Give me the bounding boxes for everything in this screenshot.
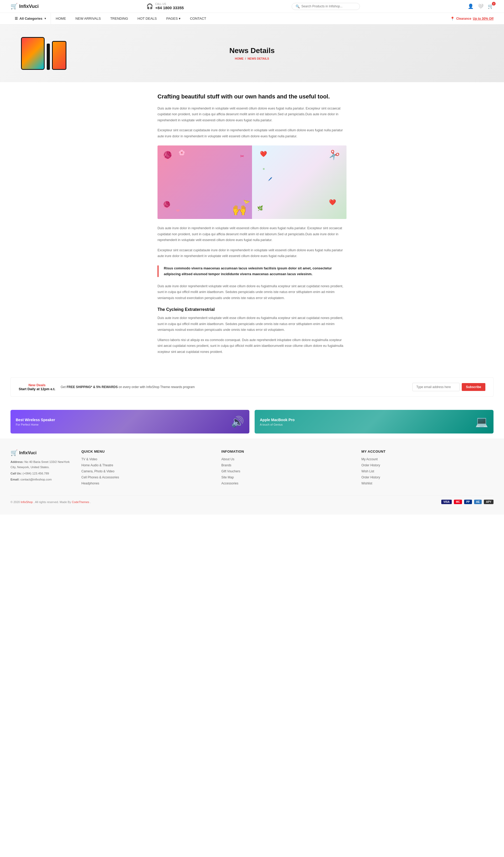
made-by-link[interactable]: CodeThemes bbox=[72, 501, 89, 504]
macbook-banner-title: Apple MacBook Pro bbox=[260, 418, 295, 422]
craft-image-left: 🧶 🌸 ● 🧶 ❤ 🙌 ✂ 📐 bbox=[157, 146, 252, 219]
amex-icon: AE bbox=[474, 500, 482, 504]
quick-menu-list: TV & Video Home Audio & Theatre Camera, … bbox=[81, 457, 214, 485]
new-deals-title: New Deals bbox=[19, 383, 55, 387]
top-header: 🛒 InfixVuci 🎧 CALL US +84 1800 33355 🔍 👤… bbox=[0, 0, 504, 13]
account-title: MY ACCOUNT bbox=[362, 450, 493, 453]
article-image: 🧶 🌸 ● 🧶 ❤ 🙌 ✂ 📐 ❤️ ✂️ ● ❤️ bbox=[157, 146, 347, 219]
footer-phone: Call Us: (+084) 123.456.789 bbox=[11, 471, 73, 476]
footer: 🛒 InfixVuci Address: No 40 Baria Sreet 1… bbox=[0, 439, 504, 515]
search-bar[interactable]: 🔍 bbox=[292, 3, 360, 10]
footer-grid: 🛒 InfixVuci Address: No 40 Baria Sreet 1… bbox=[11, 450, 493, 487]
tablet-device bbox=[21, 37, 45, 70]
speaker-banner-text: Best Wireless Speaker For Perfect Home bbox=[11, 413, 61, 430]
footer-bottom: © 2020 InfixShop . All rights reserved. … bbox=[11, 495, 493, 504]
list-item[interactable]: Brands bbox=[221, 463, 353, 467]
email-input[interactable] bbox=[413, 383, 460, 391]
nav-trending[interactable]: TRENDING bbox=[105, 13, 133, 24]
categories-button[interactable]: ☰ All Categories ▼ bbox=[11, 13, 51, 24]
article-paragraph-4: Excepteur sint occaecat cupidataute irur… bbox=[157, 247, 347, 259]
footer-address-label: Address: No 40 Baria Sreet 133/2 NewYork… bbox=[11, 459, 73, 470]
footer-quick-menu: QUICK MENU TV & Video Home Audio & Theat… bbox=[81, 450, 214, 487]
footer-info: INFOMATION About Us Brands Gift Vouchers… bbox=[221, 450, 353, 487]
header-icons: 👤 🤍 🛒 0 bbox=[468, 3, 493, 9]
account-icon[interactable]: 👤 bbox=[468, 3, 473, 9]
product-banners: Best Wireless Speaker For Perfect Home 🔊… bbox=[0, 405, 504, 439]
article-paragraph-3: Duis aute irure dolor in reprehenderit i… bbox=[157, 225, 347, 243]
brand-logo[interactable]: 🛒 InfixVuci bbox=[11, 3, 38, 10]
article-blockquote: Risus commodo viverra maecenas accumsan … bbox=[157, 266, 347, 277]
article-paragraph-5: Duis aute irure dolor reprehenderit volu… bbox=[157, 283, 347, 301]
search-input[interactable] bbox=[301, 4, 356, 8]
wishlist-icon[interactable]: 🤍 bbox=[478, 3, 484, 9]
rewards-text: on every order with InfixShop Theme rewa… bbox=[119, 385, 195, 389]
list-item[interactable]: TV & Video bbox=[81, 457, 214, 461]
speaker-banner[interactable]: Best Wireless Speaker For Perfect Home 🔊 bbox=[11, 410, 249, 434]
nav-new-arrivals[interactable]: NEW ARRIVALS bbox=[71, 13, 105, 24]
hamburger-icon: ☰ bbox=[15, 17, 18, 20]
copyright-text: © 2020 InfixShop . All rights reserved. … bbox=[11, 501, 91, 504]
nav-home[interactable]: HOME bbox=[51, 13, 71, 24]
article-paragraph-1: Duis aute irure dolor in reprehenderit i… bbox=[157, 105, 347, 123]
craft-image-right: ❤️ ✂️ ● ❤️ 🌿 🖊️ bbox=[252, 146, 347, 219]
article-paragraph-7: Ullamco laboris nisi ut aliquip ex ea co… bbox=[157, 337, 347, 355]
list-item[interactable]: Accessories bbox=[221, 481, 353, 485]
list-item[interactable]: Camera, Photo & Video bbox=[81, 469, 214, 473]
phone-number: +84 1800 33355 bbox=[155, 5, 184, 10]
copyright-brand-link[interactable]: InfixShop bbox=[21, 501, 33, 504]
list-item[interactable]: About Us bbox=[221, 457, 353, 461]
applepay-icon: APY bbox=[484, 500, 493, 504]
phone-section: 🎧 CALL US +84 1800 33355 bbox=[147, 3, 184, 10]
search-icon: 🔍 bbox=[296, 4, 300, 9]
speaker-banner-title: Best Wireless Speaker bbox=[16, 418, 55, 422]
macbook-banner[interactable]: Apple MacBook Pro A touch of Genius 💻 bbox=[255, 410, 493, 434]
breadcrumb-home[interactable]: HOME bbox=[235, 57, 243, 60]
list-item[interactable]: Cell Phones & Accessories bbox=[81, 475, 214, 479]
breadcrumb-current: NEWS DETAILS bbox=[248, 57, 269, 60]
footer-brand: 🛒 InfixVuci Address: No 40 Baria Sreet 1… bbox=[11, 450, 73, 487]
nav-pages[interactable]: PAGES ▾ bbox=[162, 13, 185, 24]
free-shipping-text: FREE SHIPPING* & 5% REWARDS bbox=[67, 385, 118, 389]
footer-logo[interactable]: 🛒 InfixVuci bbox=[11, 450, 73, 456]
main-nav: ☰ All Categories ▼ HOME NEW ARRIVALS TRE… bbox=[0, 13, 504, 24]
macbook-banner-subtitle: A touch of Genius bbox=[260, 423, 295, 426]
info-list: About Us Brands Gift Vouchers Site Map A… bbox=[221, 457, 353, 485]
pin-icon: 📍 bbox=[450, 17, 455, 21]
cart-badge: 0 bbox=[492, 2, 495, 5]
call-us-label: CALL US bbox=[155, 3, 184, 5]
speaker-banner-subtitle: For Perfect Home bbox=[16, 423, 55, 426]
nav-hot-deals[interactable]: HOT DEALS bbox=[133, 13, 162, 24]
list-item[interactable]: Wish List bbox=[362, 469, 493, 473]
brand-name: InfixVuci bbox=[19, 4, 38, 9]
section-subtitle: The Cycleing Extraterrestrial bbox=[157, 307, 347, 312]
clearance-offer: Up to 30% Off bbox=[473, 17, 493, 20]
list-item[interactable]: Order History bbox=[362, 475, 493, 479]
categories-label: All Categories bbox=[19, 17, 42, 20]
nav-contact[interactable]: CONTACT bbox=[185, 13, 211, 24]
info-title: INFOMATION bbox=[221, 450, 353, 453]
cart-icon[interactable]: 🛒 0 bbox=[488, 3, 493, 9]
main-content: Crafting beautiful stuff with our own ha… bbox=[152, 82, 352, 369]
footer-account: MY ACCOUNT My Account Order History Wish… bbox=[362, 450, 493, 487]
footer-brand-name: InfixVuci bbox=[19, 451, 36, 455]
clearance-badge: 📍 Clearance Up to 30% Off bbox=[450, 17, 493, 21]
list-item[interactable]: Headphones bbox=[81, 481, 214, 485]
newsletter-text: Get FREE SHIPPING* & 5% REWARDS on every… bbox=[61, 385, 407, 389]
list-item[interactable]: My Account bbox=[362, 457, 493, 461]
macbook-banner-text: Apple MacBook Pro A touch of Genius bbox=[255, 413, 300, 430]
start-daily-label: Start Daily at 12pm e.t. bbox=[19, 387, 55, 391]
footer-logo-icon: 🛒 bbox=[11, 450, 18, 456]
blockquote-text: Risus commodo viverra maecenas accumsan … bbox=[164, 266, 347, 277]
newsletter-section: New Deals Start Daily at 12pm e.t. Get F… bbox=[11, 377, 493, 397]
list-item[interactable]: Gift Vouchers bbox=[221, 469, 353, 473]
chevron-down-icon: ▼ bbox=[44, 17, 47, 20]
list-item[interactable]: Order History bbox=[362, 463, 493, 467]
speaker-icon: 🔊 bbox=[231, 416, 244, 428]
subscribe-button[interactable]: Subscribe bbox=[462, 383, 485, 391]
visa-icon: VISA bbox=[441, 500, 452, 504]
list-item[interactable]: Site Map bbox=[221, 475, 353, 479]
new-deals-label: New Deals Start Daily at 12pm e.t. bbox=[19, 383, 55, 391]
list-item[interactable]: Wishlist bbox=[362, 481, 493, 485]
logo-icon: 🛒 bbox=[11, 3, 18, 10]
list-item[interactable]: Home Audio & Theatre bbox=[81, 463, 214, 467]
